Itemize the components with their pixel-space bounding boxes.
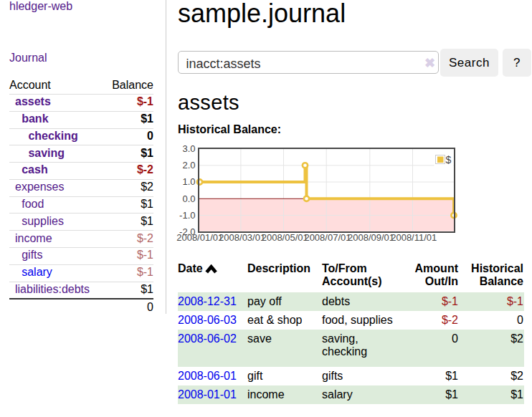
svg-text:2008/11/01: 2008/11/01 [391, 232, 437, 243]
svg-text:2008/03/01: 2008/03/01 [219, 232, 265, 243]
svg-text:3.0: 3.0 [182, 143, 195, 154]
svg-text:2008/01/01: 2008/01/01 [176, 232, 223, 243]
svg-text:0.0: 0.0 [182, 193, 195, 204]
svg-text:$: $ [446, 154, 452, 166]
svg-text:-1.0: -1.0 [179, 210, 195, 221]
svg-text:2.0: 2.0 [182, 160, 195, 171]
svg-text:2008/05/01: 2008/05/01 [262, 232, 308, 243]
svg-text:2008/07/01: 2008/07/01 [304, 232, 351, 243]
svg-text:2008/09/01: 2008/09/01 [348, 232, 394, 243]
svg-text:1.0: 1.0 [182, 176, 195, 187]
